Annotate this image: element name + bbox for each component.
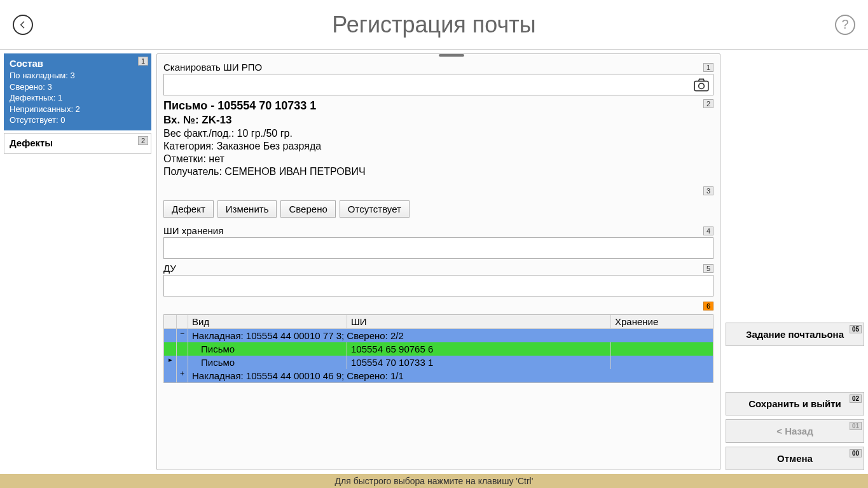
- detail-recipient: Получатель: СЕМЕНОВ ИВАН ПЕТРОВИЧ: [163, 166, 713, 178]
- grid-header-storage[interactable]: Хранение: [611, 315, 713, 328]
- compose-line: Дефектных: 1: [10, 92, 146, 104]
- defects-title: Дефекты: [10, 137, 146, 148]
- verified-button[interactable]: Сверено: [280, 200, 335, 218]
- compose-line: Отсутствует: 0: [10, 115, 146, 126]
- storage-label-row: ШИ хранения 4: [163, 225, 713, 236]
- tree-toggle[interactable]: +: [177, 369, 188, 382]
- du-label: ДУ: [163, 263, 176, 274]
- cancel-label: Отмена: [777, 453, 813, 464]
- detail-block: Письмо - 105554 70 10733 1 Вх. №: ZK-13 …: [163, 97, 713, 183]
- detail-weight: Вес факт./под.: 10 гр./50 гр.: [163, 128, 713, 139]
- back-icon-button[interactable]: [13, 15, 33, 35]
- grid-header-shi[interactable]: ШИ: [347, 315, 611, 328]
- compose-badge: 1: [138, 57, 148, 66]
- group-text: Накладная: 105554 44 00010 77 3; Сверено…: [188, 329, 713, 342]
- scan-badge: 1: [703, 63, 713, 72]
- postman-task-button[interactable]: Задание почтальона 05: [726, 323, 864, 346]
- back-button[interactable]: < Назад 01: [726, 419, 864, 443]
- absent-button[interactable]: Отсутствует: [340, 200, 410, 218]
- save-exit-button[interactable]: Сохранить и выйти 02: [726, 392, 864, 415]
- storage-badge: 4: [703, 227, 713, 235]
- defect-button[interactable]: Дефект: [163, 200, 214, 218]
- svg-rect-0: [694, 81, 708, 91]
- postman-badge: 05: [850, 325, 862, 333]
- table-row[interactable]: − Накладная: 105554 44 00010 77 3; Свере…: [164, 329, 713, 342]
- middle-panel: Сканировать ШИ РПО 1 2 Письмо - 105554 7…: [156, 53, 720, 470]
- grid-header: Вид ШИ Хранение: [164, 315, 713, 329]
- defects-badge: 2: [138, 136, 148, 145]
- tree-spacer: [177, 356, 188, 369]
- storage-label: ШИ хранения: [163, 225, 223, 236]
- save-label: Сохранить и выйти: [748, 398, 841, 409]
- du-badge: 5: [703, 264, 713, 273]
- cell-vid: Письмо: [188, 356, 347, 369]
- tree-toggle[interactable]: −: [177, 329, 188, 342]
- row-ptr: [164, 329, 177, 342]
- du-input[interactable]: [163, 275, 713, 296]
- cancel-badge: 00: [850, 449, 862, 457]
- edit-button[interactable]: Изменить: [217, 200, 277, 218]
- back-label: < Назад: [776, 426, 813, 436]
- row-ptr: ▸: [164, 356, 177, 369]
- arrow-left-icon: [18, 20, 28, 30]
- actions-badge: 3: [703, 186, 713, 195]
- right-panel: Задание почтальона 05 Сохранить и выйти …: [726, 53, 864, 470]
- detail-incoming: Вх. №: ZK-13: [163, 114, 713, 127]
- defects-card[interactable]: 2 Дефекты: [4, 133, 151, 154]
- compose-card[interactable]: 1 Состав По накладным: 3 Сверено: 3 Дефе…: [4, 53, 151, 130]
- grid-badge: 6: [703, 302, 713, 310]
- grid-header-handle: [164, 315, 177, 328]
- storage-input[interactable]: [163, 237, 713, 259]
- table-row[interactable]: Письмо 105554 65 90765 6: [164, 342, 713, 356]
- grid-header-vid[interactable]: Вид: [188, 315, 347, 328]
- tree-spacer: [177, 342, 188, 356]
- du-label-row: ДУ 5: [163, 263, 713, 274]
- compose-line: По накладным: 3: [10, 70, 146, 81]
- cell-shi: 105554 70 10733 1: [347, 356, 611, 369]
- actions-label-row: 3: [163, 186, 713, 195]
- content: 1 Состав По накладным: 3 Сверено: 3 Дефе…: [0, 50, 868, 474]
- help-icon: ?: [841, 17, 848, 32]
- detail-headline: Письмо - 105554 70 10733 1: [163, 99, 713, 113]
- detail-category: Категория: Заказное Без разряда: [163, 141, 713, 152]
- action-buttons: Дефект Изменить Сверено Отсутствует: [163, 200, 713, 218]
- grid-header-tree: [177, 315, 188, 328]
- cancel-button[interactable]: Отмена 00: [726, 447, 864, 470]
- scan-label: Сканировать ШИ РПО: [163, 62, 262, 73]
- detail-marks: Отметки: нет: [163, 153, 713, 165]
- table-row[interactable]: + Накладная: 105554 44 00010 46 9; Свере…: [164, 369, 713, 382]
- grid: Вид ШИ Хранение − Накладная: 105554 44 0…: [163, 314, 713, 383]
- spacer: [726, 56, 864, 319]
- cell-storage: [611, 342, 713, 356]
- page-title: Регистрация почты: [332, 11, 535, 38]
- spacer: [726, 350, 864, 388]
- cell-vid: Письмо: [188, 342, 347, 356]
- header: Регистрация почты ?: [0, 0, 868, 50]
- scan-input-row: [163, 74, 713, 95]
- table-row[interactable]: ▸ Письмо 105554 70 10733 1: [164, 356, 713, 369]
- save-badge: 02: [850, 394, 862, 403]
- postman-label: Задание почтальона: [746, 329, 844, 340]
- scan-input[interactable]: [163, 74, 713, 95]
- camera-icon[interactable]: [693, 76, 710, 95]
- row-ptr: [164, 342, 177, 356]
- compose-title: Состав: [10, 58, 146, 69]
- compose-line: Неприписанных: 2: [10, 104, 146, 115]
- compose-line: Сверено: 3: [10, 81, 146, 93]
- cell-storage: [611, 356, 713, 369]
- help-button[interactable]: ?: [835, 15, 855, 35]
- scan-label-row: Сканировать ШИ РПО 1: [163, 62, 713, 73]
- left-panel: 1 Состав По накладным: 3 Сверено: 3 Дефе…: [4, 53, 151, 470]
- back-badge: 01: [850, 422, 862, 430]
- cell-shi: 105554 65 90765 6: [347, 342, 611, 356]
- grid-label-row: 6: [163, 302, 713, 310]
- group-text: Накладная: 105554 44 00010 46 9; Сверено…: [188, 369, 713, 382]
- footer-hint: Для быстрого выбора нажмите на клавишу '…: [0, 474, 868, 488]
- row-ptr: [164, 369, 177, 382]
- svg-point-1: [699, 83, 705, 89]
